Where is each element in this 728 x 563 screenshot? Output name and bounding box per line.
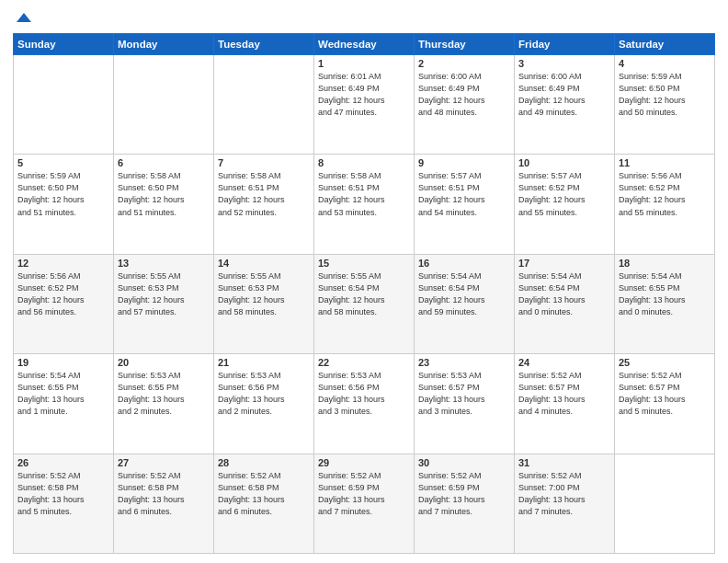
cell-sunrise-text: Sunrise: 5:52 AM Sunset: 6:58 PM Dayligh… <box>118 470 210 518</box>
column-header-tuesday: Tuesday <box>214 34 314 55</box>
calendar-cell: 3Sunrise: 6:00 AM Sunset: 6:49 PM Daylig… <box>515 55 615 155</box>
cell-sunrise-text: Sunrise: 6:01 AM Sunset: 6:49 PM Dayligh… <box>318 71 410 119</box>
day-number: 26 <box>17 457 109 468</box>
calendar-cell: 23Sunrise: 5:53 AM Sunset: 6:57 PM Dayli… <box>415 354 515 454</box>
cell-sunrise-text: Sunrise: 5:59 AM Sunset: 6:50 PM Dayligh… <box>619 71 711 119</box>
day-number: 7 <box>218 157 310 168</box>
cell-sunrise-text: Sunrise: 5:52 AM Sunset: 6:59 PM Dayligh… <box>318 470 410 518</box>
cell-sunrise-text: Sunrise: 5:58 AM Sunset: 6:51 PM Dayligh… <box>318 170 410 218</box>
day-number: 29 <box>318 457 410 468</box>
cell-sunrise-text: Sunrise: 5:52 AM Sunset: 6:57 PM Dayligh… <box>619 370 711 418</box>
day-number: 2 <box>418 58 510 69</box>
day-number: 27 <box>118 457 210 468</box>
calendar-cell: 25Sunrise: 5:52 AM Sunset: 6:57 PM Dayli… <box>615 354 715 454</box>
day-number: 23 <box>418 357 510 368</box>
calendar-cell <box>615 454 715 553</box>
cell-sunrise-text: Sunrise: 5:58 AM Sunset: 6:50 PM Dayligh… <box>118 170 210 218</box>
column-header-thursday: Thursday <box>415 34 515 55</box>
calendar-cell: 21Sunrise: 5:53 AM Sunset: 6:56 PM Dayli… <box>214 354 314 454</box>
day-number: 30 <box>418 457 510 468</box>
column-header-wednesday: Wednesday <box>314 34 415 55</box>
header <box>13 9 715 28</box>
cell-sunrise-text: Sunrise: 5:53 AM Sunset: 6:55 PM Dayligh… <box>118 370 210 418</box>
column-header-monday: Monday <box>114 34 214 55</box>
logo <box>13 9 33 28</box>
calendar-cell: 24Sunrise: 5:52 AM Sunset: 6:57 PM Dayli… <box>515 354 615 454</box>
cell-sunrise-text: Sunrise: 5:52 AM Sunset: 6:58 PM Dayligh… <box>17 470 109 518</box>
calendar-week-row: 1Sunrise: 6:01 AM Sunset: 6:49 PM Daylig… <box>14 55 715 155</box>
calendar-cell: 20Sunrise: 5:53 AM Sunset: 6:55 PM Dayli… <box>114 354 214 454</box>
calendar-cell <box>14 55 114 155</box>
calendar-week-row: 12Sunrise: 5:56 AM Sunset: 6:52 PM Dayli… <box>14 254 715 353</box>
calendar-cell <box>114 55 214 155</box>
column-header-saturday: Saturday <box>615 34 715 55</box>
day-number: 10 <box>518 157 610 168</box>
cell-sunrise-text: Sunrise: 5:52 AM Sunset: 6:59 PM Dayligh… <box>418 470 510 518</box>
calendar-cell: 5Sunrise: 5:59 AM Sunset: 6:50 PM Daylig… <box>14 155 114 254</box>
cell-sunrise-text: Sunrise: 5:55 AM Sunset: 6:54 PM Dayligh… <box>318 270 410 318</box>
day-number: 11 <box>619 157 711 168</box>
calendar-week-row: 19Sunrise: 5:54 AM Sunset: 6:55 PM Dayli… <box>14 354 715 454</box>
cell-sunrise-text: Sunrise: 5:54 AM Sunset: 6:55 PM Dayligh… <box>17 370 109 418</box>
day-number: 28 <box>218 457 310 468</box>
calendar-cell: 1Sunrise: 6:01 AM Sunset: 6:49 PM Daylig… <box>314 55 415 155</box>
day-number: 4 <box>619 58 711 69</box>
day-number: 5 <box>17 157 109 168</box>
column-header-friday: Friday <box>515 34 615 55</box>
calendar-cell: 11Sunrise: 5:56 AM Sunset: 6:52 PM Dayli… <box>615 155 715 254</box>
calendar-cell: 13Sunrise: 5:55 AM Sunset: 6:53 PM Dayli… <box>114 254 214 353</box>
calendar-cell: 19Sunrise: 5:54 AM Sunset: 6:55 PM Dayli… <box>14 354 114 454</box>
day-number: 20 <box>118 357 210 368</box>
cell-sunrise-text: Sunrise: 5:54 AM Sunset: 6:54 PM Dayligh… <box>418 270 510 318</box>
calendar-cell: 4Sunrise: 5:59 AM Sunset: 6:50 PM Daylig… <box>615 55 715 155</box>
cell-sunrise-text: Sunrise: 5:52 AM Sunset: 7:00 PM Dayligh… <box>518 470 610 518</box>
cell-sunrise-text: Sunrise: 5:53 AM Sunset: 6:56 PM Dayligh… <box>318 370 410 418</box>
cell-sunrise-text: Sunrise: 5:52 AM Sunset: 6:58 PM Dayligh… <box>218 470 310 518</box>
calendar-cell: 12Sunrise: 5:56 AM Sunset: 6:52 PM Dayli… <box>14 254 114 353</box>
day-number: 17 <box>518 258 610 269</box>
calendar-cell: 17Sunrise: 5:54 AM Sunset: 6:54 PM Dayli… <box>515 254 615 353</box>
cell-sunrise-text: Sunrise: 5:57 AM Sunset: 6:52 PM Dayligh… <box>518 170 610 218</box>
day-number: 16 <box>418 258 510 269</box>
cell-sunrise-text: Sunrise: 5:55 AM Sunset: 6:53 PM Dayligh… <box>218 270 310 318</box>
svg-marker-0 <box>17 13 31 22</box>
page: SundayMondayTuesdayWednesdayThursdayFrid… <box>0 0 728 563</box>
calendar-cell: 18Sunrise: 5:54 AM Sunset: 6:55 PM Dayli… <box>615 254 715 353</box>
cell-sunrise-text: Sunrise: 5:58 AM Sunset: 6:51 PM Dayligh… <box>218 170 310 218</box>
calendar-table: SundayMondayTuesdayWednesdayThursdayFrid… <box>13 33 715 554</box>
calendar-cell: 27Sunrise: 5:52 AM Sunset: 6:58 PM Dayli… <box>114 454 214 553</box>
calendar-week-row: 26Sunrise: 5:52 AM Sunset: 6:58 PM Dayli… <box>14 454 715 553</box>
calendar-cell: 22Sunrise: 5:53 AM Sunset: 6:56 PM Dayli… <box>314 354 415 454</box>
day-number: 6 <box>118 157 210 168</box>
calendar-cell: 8Sunrise: 5:58 AM Sunset: 6:51 PM Daylig… <box>314 155 415 254</box>
day-number: 15 <box>318 258 410 269</box>
calendar-cell: 29Sunrise: 5:52 AM Sunset: 6:59 PM Dayli… <box>314 454 415 553</box>
cell-sunrise-text: Sunrise: 6:00 AM Sunset: 6:49 PM Dayligh… <box>418 71 510 119</box>
calendar-cell: 26Sunrise: 5:52 AM Sunset: 6:58 PM Dayli… <box>14 454 114 553</box>
calendar-header-row: SundayMondayTuesdayWednesdayThursdayFrid… <box>14 34 715 55</box>
cell-sunrise-text: Sunrise: 5:54 AM Sunset: 6:55 PM Dayligh… <box>619 270 711 318</box>
calendar-cell: 6Sunrise: 5:58 AM Sunset: 6:50 PM Daylig… <box>114 155 214 254</box>
cell-sunrise-text: Sunrise: 6:00 AM Sunset: 6:49 PM Dayligh… <box>518 71 610 119</box>
cell-sunrise-text: Sunrise: 5:56 AM Sunset: 6:52 PM Dayligh… <box>619 170 711 218</box>
day-number: 8 <box>318 157 410 168</box>
day-number: 19 <box>17 357 109 368</box>
day-number: 25 <box>619 357 711 368</box>
day-number: 31 <box>518 457 610 468</box>
day-number: 21 <box>218 357 310 368</box>
column-header-sunday: Sunday <box>14 34 114 55</box>
calendar-cell: 14Sunrise: 5:55 AM Sunset: 6:53 PM Dayli… <box>214 254 314 353</box>
calendar-cell <box>214 55 314 155</box>
calendar-cell: 2Sunrise: 6:00 AM Sunset: 6:49 PM Daylig… <box>415 55 515 155</box>
day-number: 18 <box>619 258 711 269</box>
cell-sunrise-text: Sunrise: 5:53 AM Sunset: 6:57 PM Dayligh… <box>418 370 510 418</box>
cell-sunrise-text: Sunrise: 5:54 AM Sunset: 6:54 PM Dayligh… <box>518 270 610 318</box>
cell-sunrise-text: Sunrise: 5:53 AM Sunset: 6:56 PM Dayligh… <box>218 370 310 418</box>
day-number: 14 <box>218 258 310 269</box>
calendar-cell: 28Sunrise: 5:52 AM Sunset: 6:58 PM Dayli… <box>214 454 314 553</box>
day-number: 24 <box>518 357 610 368</box>
day-number: 12 <box>17 258 109 269</box>
cell-sunrise-text: Sunrise: 5:59 AM Sunset: 6:50 PM Dayligh… <box>17 170 109 218</box>
cell-sunrise-text: Sunrise: 5:55 AM Sunset: 6:53 PM Dayligh… <box>118 270 210 318</box>
day-number: 13 <box>118 258 210 269</box>
